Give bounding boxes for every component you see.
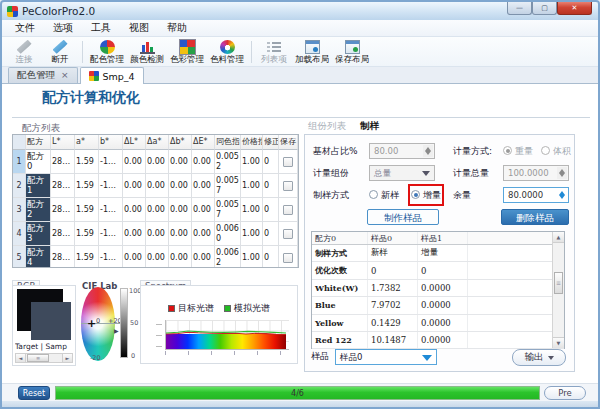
save-layout-button[interactable]: 保存布局 [332,38,372,66]
scrollbar-thumb[interactable]: ≡ [554,272,563,294]
sample-table-row[interactable]: Blue7.97020.0000 [312,297,564,314]
tab-close-icon[interactable]: × [61,71,69,80]
base-ratio-spinner[interactable]: 80.00 [369,143,435,159]
row-number: 1 [13,150,26,174]
menu-options[interactable]: 选项 [44,21,82,35]
measure-total-spinner[interactable]: 100.0000 [503,165,569,181]
sample-tab-icon [89,71,99,81]
save-checkbox[interactable] [283,205,293,215]
recipe-row[interactable]: 2配方128…1.59-1…0.000.000.000.000.00571.00… [13,174,298,198]
sample-row-label: Blue [312,297,368,313]
vertical-scrollbar[interactable]: ▲ ≡ ▼ [552,232,564,348]
remainder-spinner[interactable]: 80.0000 [503,187,569,203]
column-header[interactable]: Δa* [146,135,169,150]
column-header[interactable]: Δb* [169,135,192,150]
color-detect-button[interactable]: 颜色检测 [127,38,167,66]
lightness-bar[interactable] [120,288,128,358]
measure-component-select[interactable]: 总量 [369,165,435,181]
radio-icon[interactable] [503,146,512,155]
save-checkbox[interactable] [283,181,293,191]
menu-help[interactable]: 帮助 [158,21,196,35]
scroll-right-icon[interactable]: ► [62,354,72,362]
color-mgmt-button[interactable]: 色彩管理 [167,38,207,66]
layout-save-icon [345,40,360,54]
column-header[interactable]: 修正次 [263,135,279,150]
volume-radio[interactable]: 体积 [541,143,571,159]
disconnect-button[interactable]: 断开 [42,38,78,66]
tab-smp4[interactable]: Smp_4 [80,67,144,84]
sample-table-row[interactable]: Yellow0.14290.0000 [312,315,564,332]
title-bar[interactable]: PeColorPro2.0 — ▢ ✕ [2,2,598,20]
recipe-row[interactable]: 4配方328…1.59-1…0.000.000.000.000.00601.00… [13,222,298,246]
recipe-value-cell: 0.0062 [215,246,241,268]
recipe-value-cell: 0.00 [192,150,215,174]
save-checkbox[interactable] [283,229,293,239]
column-header[interactable]: a* [75,135,99,150]
save-checkbox[interactable] [283,157,293,167]
recipe-value-cell: 0.00 [123,246,146,268]
spin-down-icon[interactable] [559,173,565,177]
tab-color-match-mgmt[interactable]: 配色管理 × [8,67,78,83]
radio-icon[interactable] [541,146,550,155]
output-button[interactable]: 输出 [512,349,566,366]
spin-down-icon[interactable] [559,195,565,199]
load-layout-button[interactable]: 加载布局 [292,38,332,66]
recipe-value-cell: 28… [51,198,75,222]
column-header[interactable]: ΔL* [123,135,146,150]
pre-button[interactable]: Pre [544,386,586,400]
weight-radio[interactable]: 重量 [503,143,533,159]
radio-icon[interactable] [369,190,378,199]
increment-radio-highlighted[interactable]: 增量 [411,187,441,203]
scroll-left-icon[interactable]: ◄ [16,354,26,362]
new-sample-radio[interactable]: 新样 [369,187,399,203]
tab-make-sample[interactable]: 制样 [360,120,379,134]
colorant-mgmt-button[interactable]: 色料管理 [207,38,247,66]
menu-file[interactable]: 文件 [6,21,44,35]
recipe-row[interactable]: 5配方428…1.59-1…0.000.000.000.000.00621.00… [13,246,298,268]
recipe-row[interactable]: 3配方228…1.59-1…0.000.000.000.000.00571.00… [13,198,298,222]
sample-select-dropdown[interactable]: 样品0 [335,349,437,365]
list-icon [267,40,282,54]
column-header[interactable]: ΔE* [192,135,215,150]
recipe-value-cell: 0.00 [146,150,169,174]
scroll-down-icon[interactable]: ▼ [553,337,564,348]
recipe-value-cell: 0.00 [192,198,215,222]
column-header[interactable]: b* [99,135,123,150]
recipe-value-cell: 1.00 [241,198,263,222]
reset-button[interactable]: Reset [18,386,50,400]
delete-sample-button[interactable]: 删除样品 [501,209,569,225]
color-match-mgmt-button[interactable]: 配色管理 [87,38,127,66]
radio-icon[interactable] [411,190,420,199]
close-button[interactable]: ✕ [557,2,592,15]
list-items-button[interactable]: 列表项 [256,38,292,66]
spectrum-y-ticks [155,320,164,350]
sample-table-row[interactable]: 优化次数00 [312,262,564,279]
save-checkbox[interactable] [283,253,293,263]
sample-table-row[interactable]: White(W)1.73820.0000 [312,280,564,297]
column-header[interactable]: 价格指 [241,135,263,150]
recipe-value-cell: -1… [99,198,123,222]
spin-down-icon[interactable] [425,151,431,155]
menu-tools[interactable]: 工具 [82,21,120,35]
sample-row-label: Red 122 [312,332,368,348]
remainder-label: 余量 [453,187,471,203]
tab-component-list[interactable]: 组份列表 [308,120,346,134]
recipe-table-header: 配方L*a*b*ΔL*Δa*Δb*ΔE*同色指价格指修正次保存 [13,135,298,150]
horizontal-scrollbar[interactable]: ◄ ≡ ► [15,353,73,363]
maximize-button[interactable]: ▢ [532,2,557,15]
sample-table-row[interactable]: Red 12210.14870.0000 [312,332,564,349]
make-sample-button[interactable]: 制作样品 [367,209,439,225]
menu-view[interactable]: 视图 [120,21,158,35]
scroll-up-icon[interactable]: ▲ [553,232,564,243]
column-header[interactable]: 保存 [279,135,298,150]
recipe-row[interactable]: 1配方028…1.59-1…0.000.000.000.000.00521.00… [13,150,298,174]
column-header[interactable]: 配方 [26,135,51,150]
scrollbar-thumb[interactable]: ≡ [27,354,49,362]
column-header[interactable]: L* [51,135,75,150]
sample-table-row[interactable]: 制样方式新样增量 [312,245,564,262]
minimize-button[interactable]: — [507,2,532,15]
output-dropdown-icon[interactable] [548,356,554,360]
sample-value-cell: 0.1429 [368,315,418,331]
column-header[interactable]: 同色指 [215,135,241,150]
connect-button[interactable]: 连接 [6,38,42,66]
